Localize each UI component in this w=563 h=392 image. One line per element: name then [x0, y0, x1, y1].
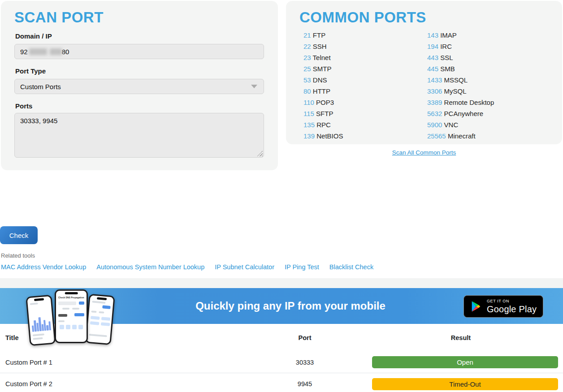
port-name: SMTP	[313, 65, 332, 73]
status-badge-open: Open	[372, 356, 558, 368]
textarea-resize-handle[interactable]	[257, 151, 263, 156]
port-name: SFTP	[316, 110, 333, 117]
list-item: 143 IMAP	[427, 30, 551, 41]
port-link[interactable]: 25	[303, 65, 311, 73]
port-link[interactable]: 139	[303, 132, 315, 140]
port-name: FTP	[313, 31, 325, 39]
domain-ip-label: Domain / IP	[15, 32, 52, 40]
list-item: 21 FTP	[303, 30, 427, 41]
port-name: Minecraft	[448, 132, 476, 140]
list-item: 80 HTTP	[303, 86, 427, 97]
port-link[interactable]: 143	[427, 31, 438, 39]
port-scanner-page: SCAN PORT Domain / IP 92 80 Port Type Cu…	[0, 0, 563, 392]
port-link[interactable]: 445	[427, 65, 438, 73]
common-ports-title: COMMON PORTS	[299, 9, 426, 26]
table-row: Custom Port # 1 30333 Open	[0, 352, 563, 373]
list-item: 53 DNS	[303, 74, 427, 86]
list-item: 443 SSL	[427, 52, 551, 63]
port-link[interactable]: 1433	[427, 76, 442, 84]
port-link[interactable]: 115	[303, 110, 314, 117]
table-row: Custom Port # 2 9945 Timed-Out	[0, 373, 563, 392]
scan-all-common-ports-link[interactable]: Scan All Common Ports	[392, 149, 456, 156]
related-tools-links: MAC Address Vendor Lookup Autonomous Sys…	[1, 263, 373, 271]
phone-screen-title: Check DNS Propagation	[58, 296, 84, 299]
list-item: 445 SMB	[427, 63, 551, 74]
port-type-label: Port Type	[15, 67, 46, 75]
port-name: DNS	[313, 76, 327, 84]
port-name: IMAP	[440, 31, 457, 39]
redacted-ip-segment	[29, 48, 47, 55]
port-name: IRC	[440, 43, 452, 50]
port-link[interactable]: 194	[427, 43, 438, 50]
column-header-port: Port	[251, 334, 359, 341]
phone-mockup: Check DNS Propagation	[55, 289, 88, 343]
link-ip-ping-test[interactable]: IP Ping Test	[285, 263, 319, 271]
list-item: 3389 Remote Desktop	[427, 97, 551, 108]
phone-mockups-image: Check DNS Propagation	[28, 289, 117, 324]
list-item: 25565 Minecraft	[427, 130, 551, 142]
status-badge-timed-out: Timed-Out	[372, 378, 558, 390]
list-item: 1433 MSSQL	[427, 74, 551, 86]
section-divider	[0, 278, 563, 288]
port-name: Telnet	[313, 54, 331, 61]
port-link[interactable]: 21	[303, 31, 311, 39]
scan-port-title: SCAN PORT	[14, 9, 104, 26]
list-item: 3306 MySQL	[427, 86, 551, 97]
related-tools-label: Related tools	[1, 252, 35, 259]
link-ip-subnet-calculator[interactable]: IP Subnet Calculator	[215, 263, 274, 271]
port-name: PCAnywhere	[444, 110, 484, 117]
result-title: Custom Port # 2	[0, 380, 251, 388]
port-type-select[interactable]: Custom Ports	[14, 79, 264, 94]
list-item: 115 SFTP	[303, 108, 427, 119]
redacted-ip-segment	[50, 48, 62, 55]
port-link[interactable]: 443	[427, 54, 438, 61]
list-item: 22 SSH	[303, 41, 427, 52]
port-link[interactable]: 23	[303, 54, 311, 61]
port-name: Remote Desktop	[444, 99, 494, 106]
port-link[interactable]: 3389	[427, 99, 442, 106]
link-blacklist-check[interactable]: Blacklist Check	[329, 263, 373, 271]
ports-label: Ports	[15, 102, 32, 110]
list-item: 135 RPC	[303, 119, 427, 130]
check-button[interactable]: Check	[0, 226, 38, 244]
port-link[interactable]: 110	[303, 99, 314, 106]
port-link[interactable]: 5900	[427, 121, 442, 129]
banner-headline: Quickly ping any IP from your mobile	[134, 288, 446, 324]
port-name: NetBIOS	[316, 132, 343, 140]
domain-ip-value-start: 92	[20, 48, 28, 56]
scan-port-panel: SCAN PORT Domain / IP 92 80 Port Type Cu…	[1, 1, 278, 170]
domain-ip-input[interactable]: 92 80	[14, 44, 264, 59]
port-link[interactable]: 22	[303, 43, 311, 50]
port-link[interactable]: 80	[303, 87, 311, 95]
list-item: 23 Telnet	[303, 52, 427, 63]
result-port: 9945	[251, 380, 359, 388]
link-asn-lookup[interactable]: Autonomous System Number Lookup	[96, 263, 204, 271]
link-mac-address-vendor-lookup[interactable]: MAC Address Vendor Lookup	[1, 263, 86, 271]
port-name: SSH	[313, 43, 327, 50]
port-link[interactable]: 135	[303, 121, 315, 129]
port-type-selected-value: Custom Ports	[20, 83, 61, 90]
common-ports-list: 21 FTP 22 SSH 23 Telnet 25 SMTP 53 DNS 8…	[303, 30, 555, 142]
list-item: 139 NetBIOS	[303, 130, 427, 142]
domain-ip-value-end: 80	[62, 48, 69, 56]
result-port: 30333	[251, 359, 359, 366]
google-play-badge[interactable]: GET IT ON Google Play	[463, 295, 543, 318]
common-ports-panel: COMMON PORTS 21 FTP 22 SSH 23 Telnet 25 …	[286, 1, 562, 144]
port-link[interactable]: 25565	[427, 132, 446, 140]
port-link[interactable]: 5632	[427, 110, 442, 117]
port-name: SSL	[440, 54, 453, 61]
mobile-app-banner: Check DNS Propagation	[0, 288, 563, 324]
port-name: MySQL	[444, 87, 467, 95]
ports-textarea[interactable]: 30333, 9945	[14, 113, 264, 158]
port-link[interactable]: 53	[303, 76, 311, 84]
list-item: 5900 VNC	[427, 119, 551, 130]
result-title: Custom Port # 1	[0, 359, 251, 366]
port-link[interactable]: 3306	[427, 87, 442, 95]
column-header-result: Result	[359, 334, 563, 341]
column-header-title: Title	[0, 334, 251, 341]
port-name: RPC	[316, 121, 331, 129]
chevron-down-icon	[251, 85, 257, 88]
port-name: HTTP	[313, 87, 330, 95]
port-name: MSSQL	[444, 76, 468, 84]
port-name: VNC	[444, 121, 459, 129]
